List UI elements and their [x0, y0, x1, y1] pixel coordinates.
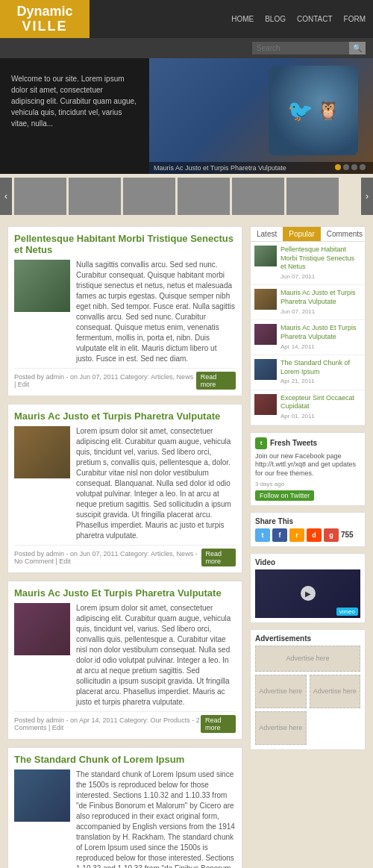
- vimeo-badge: vimeo: [336, 608, 358, 616]
- post-3-title: Mauris Ac Justo Et Turpis Pharetra Vulpu…: [14, 587, 236, 599]
- widget-item-2-text: Mauris Ac Justo et Turpis Pharetra Vulpu…: [280, 289, 361, 316]
- post-4-title: The Standard Chunk of Lorem Ipsum: [14, 754, 236, 765]
- widget-item-4-img: [254, 359, 277, 380]
- widget-tabs: Latest Popular Comments Tags: [251, 227, 365, 242]
- share-title: Share This: [255, 517, 360, 525]
- thumb-4[interactable]: [178, 178, 230, 215]
- facebook-share-icon[interactable]: f: [272, 528, 287, 542]
- video-widget: Video ▶ vimeo: [250, 553, 366, 623]
- post-4-text: The standard chunk of Lorem Ipsum used s…: [76, 769, 236, 868]
- hero-text: Welcome to our site. Lorem ipsum dolor s…: [0, 58, 149, 174]
- post-2-title: Mauris Ac Justo et Turpis Pharetra Vulpu…: [14, 410, 236, 422]
- post-2: Mauris Ac Justo et Turpis Pharetra Vulpu…: [7, 404, 242, 573]
- thumb-3[interactable]: [123, 178, 175, 215]
- post-1-title: Pellentesque Habitant Morbi Tristique Se…: [14, 233, 236, 255]
- search-bar: 🔍: [0, 38, 373, 58]
- share-widget: Share This t f r d g 755: [250, 512, 366, 547]
- share-count: 755: [341, 531, 354, 539]
- widget-item-3-img: [254, 324, 277, 345]
- post-3-body: Lorem ipsum dolor sit amet, consectetuer…: [14, 603, 236, 708]
- post-1: Pellentesque Habitant Morbi Tristique Se…: [7, 226, 242, 396]
- main-content: Pellentesque Habitant Morbi Tristique Se…: [0, 219, 373, 868]
- widget-item-1: Pellentesque Habitant Morbi Tristique Se…: [251, 242, 365, 285]
- post-2-text: Lorem ipsum dolor sit amet, consectetuer…: [76, 426, 236, 541]
- widget-item-4: The Standard Chunk of Lorem Ipsum Apr 21…: [251, 355, 365, 390]
- post-1-text: Nulla sagittis convallis arcu. Sed sed n…: [76, 260, 236, 364]
- tweets-widget: t Fresh Tweets Join our new Facebook pag…: [250, 432, 366, 506]
- tab-tags[interactable]: Tags: [369, 227, 373, 241]
- dot-4[interactable]: [360, 164, 366, 170]
- post-2-body: Lorem ipsum dolor sit amet, consectetuer…: [14, 426, 236, 541]
- google-share-icon[interactable]: g: [324, 528, 339, 542]
- ads-title: Advertisements: [255, 634, 360, 643]
- thumb-1[interactable]: [14, 178, 66, 215]
- post-3-text: Lorem ipsum dolor sit amet, consectetuer…: [76, 603, 236, 708]
- main-nav: HOME BLOG CONTACT FORM: [231, 15, 373, 23]
- hero-section: Welcome to our site. Lorem ipsum dolor s…: [0, 58, 373, 174]
- thumb-2[interactable]: [69, 178, 121, 215]
- thumb-5[interactable]: [232, 178, 284, 215]
- ad-block-3[interactable]: Advertise here: [255, 711, 307, 745]
- post-1-image: [14, 260, 70, 312]
- hero-dots: [335, 164, 366, 170]
- widget-item-5-img: [254, 394, 277, 415]
- play-button[interactable]: ▶: [301, 586, 316, 601]
- thumbnail-strip: ‹ ›: [0, 174, 373, 219]
- follow-twitter-button[interactable]: Follow on Twitter: [255, 490, 314, 501]
- prev-arrow[interactable]: ‹: [0, 178, 12, 215]
- search-button[interactable]: 🔍: [349, 42, 366, 54]
- digg-share-icon[interactable]: d: [307, 528, 322, 542]
- header: Dynamic VILLE HOME BLOG CONTACT FORM: [0, 0, 373, 38]
- video-title: Video: [255, 558, 360, 566]
- widget-item-2-img: [254, 289, 277, 310]
- sidebar: Latest Popular Comments Tags Pellentesqu…: [250, 226, 366, 868]
- hero-image: 🐦 🦉 Mauris Ac Justo et Turpis Pharetra V…: [149, 58, 373, 174]
- post-4-body: The standard chunk of Lorem Ipsum used s…: [14, 769, 236, 868]
- twitter-share-icon[interactable]: t: [255, 528, 270, 542]
- ad-block-1[interactable]: Advertise here: [255, 675, 307, 708]
- tab-comments[interactable]: Comments: [321, 227, 369, 241]
- nav-blog[interactable]: BLOG: [265, 15, 286, 23]
- widget-item-1-img: [254, 246, 277, 266]
- tweet-text: Join our new Facebook page http://t.wttl…: [255, 452, 360, 478]
- widget-item-2: Mauris Ac Justo et Turpis Pharetra Vulpu…: [251, 285, 365, 320]
- tab-popular[interactable]: Popular: [283, 227, 320, 241]
- thumb-6[interactable]: [286, 178, 339, 215]
- widget-item-5-text: Excepteur Sint Occaecat Cupidatat Apr 01…: [280, 394, 361, 421]
- widget-item-1-text: Pellentesque Habitant Morbi Tristique Se…: [280, 246, 361, 281]
- nav-home[interactable]: HOME: [231, 15, 254, 23]
- twitter-icon: t: [255, 437, 267, 449]
- post-2-readmore[interactable]: Read more: [201, 549, 236, 566]
- ad-grid: Advertise here Advertise here Advertise …: [255, 646, 360, 745]
- tab-latest[interactable]: Latest: [251, 227, 283, 241]
- post-2-meta: Posted by admin - on Jun 07, 2011 Catego…: [14, 545, 236, 566]
- tweets-title: t Fresh Tweets: [255, 437, 360, 449]
- popular-widget: Latest Popular Comments Tags Pellentesqu…: [250, 226, 366, 426]
- post-1-meta: Posted by admin - on Jun 07, 2011 Catego…: [14, 368, 236, 390]
- dot-3[interactable]: [351, 164, 357, 170]
- ads-widget: Advertisements Advertise here Advertise …: [250, 629, 366, 750]
- post-4: The Standard Chunk of Lorem Ipsum The st…: [7, 747, 242, 868]
- nav-contact[interactable]: CONTACT: [297, 15, 333, 23]
- search-input[interactable]: [252, 42, 349, 54]
- logo-text: Dynamic VILLE: [16, 4, 72, 34]
- video-thumbnail[interactable]: ▶ vimeo: [255, 569, 360, 618]
- widget-item-5: Excepteur Sint Occaecat Cupidatat Apr 01…: [251, 390, 365, 425]
- ad-block-top[interactable]: Advertise here: [255, 646, 360, 672]
- post-3-readmore[interactable]: Read more: [201, 715, 236, 733]
- share-icons: t f r d g 755: [255, 528, 360, 542]
- logo[interactable]: Dynamic VILLE: [0, 0, 90, 38]
- dot-2[interactable]: [343, 164, 349, 170]
- ad-block-2[interactable]: Advertise here: [310, 675, 361, 708]
- nav-form[interactable]: FORM: [344, 15, 366, 23]
- rss-share-icon[interactable]: r: [289, 528, 304, 542]
- post-1-body: Nulla sagittis convallis arcu. Sed sed n…: [14, 260, 236, 364]
- next-arrow[interactable]: ›: [361, 178, 373, 215]
- content-area: Pellentesque Habitant Morbi Tristique Se…: [7, 226, 242, 868]
- post-4-image: [14, 769, 70, 822]
- post-3: Mauris Ac Justo Et Turpis Pharetra Vulpu…: [7, 581, 242, 740]
- post-3-meta: Posted by admin - on Apr 14, 2011 Catego…: [14, 711, 236, 733]
- post-1-readmore[interactable]: Read more: [196, 372, 236, 390]
- dot-1[interactable]: [335, 164, 341, 170]
- widget-item-3: Mauris Ac Justo Et Turpis Pharetra Vulpu…: [251, 320, 365, 355]
